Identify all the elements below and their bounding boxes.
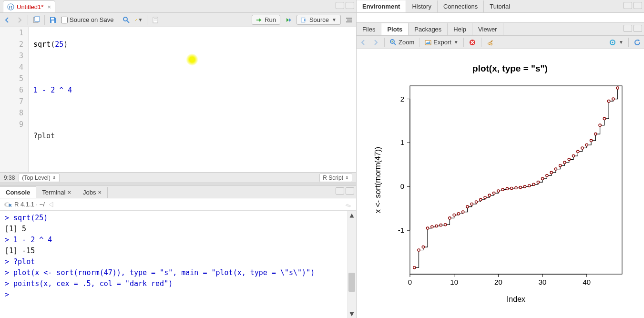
save-icon[interactable]	[49, 16, 57, 24]
svg-text:2: 2	[400, 95, 404, 103]
svg-line-21	[394, 43, 396, 45]
svg-point-99	[612, 98, 614, 100]
svg-text:0: 0	[400, 182, 404, 190]
publish-icon[interactable]: ▼	[609, 39, 624, 46]
tab-packages[interactable]: Packages	[409, 23, 448, 35]
minimize-pane-icon[interactable]	[336, 2, 344, 9]
back-icon[interactable]	[3, 16, 11, 24]
scroll-thumb[interactable]	[348, 273, 355, 292]
scrollbar[interactable]: ▲ ▼	[348, 211, 356, 318]
forward-icon[interactable]	[15, 16, 24, 24]
svg-point-59	[435, 225, 438, 227]
clear-all-icon[interactable]	[486, 39, 494, 46]
svg-point-86	[554, 168, 557, 170]
console-output[interactable]: > sqrt(25)[1] 5> 1 - 2 ^ 4[1] -15> ?plot…	[0, 211, 356, 318]
tab-terminal[interactable]: Terminal ×	[36, 187, 77, 198]
minimize-pane-icon[interactable]	[624, 2, 632, 9]
svg-point-87	[559, 164, 561, 167]
svg-point-62	[448, 217, 450, 219]
svg-point-66	[466, 205, 468, 208]
svg-text:30: 30	[538, 278, 546, 286]
maximize-pane-icon[interactable]	[346, 187, 354, 195]
line-gutter: 123456789	[0, 27, 29, 172]
source-button[interactable]: Source ▼	[296, 15, 341, 25]
svg-point-81	[532, 183, 534, 185]
tab-history[interactable]: History	[406, 0, 437, 12]
editor-tab-label: Untitled1*	[17, 3, 43, 10]
close-icon[interactable]: ×	[67, 189, 71, 196]
svg-point-98	[607, 100, 610, 103]
svg-point-76	[510, 187, 512, 189]
minimize-pane-icon[interactable]	[624, 25, 632, 32]
source-on-save-checkbox[interactable]: Source on Save	[61, 16, 114, 23]
tab-tutorial[interactable]: Tutorial	[484, 0, 516, 12]
tab-help[interactable]: Help	[448, 23, 472, 35]
outline-icon[interactable]	[345, 16, 353, 24]
svg-point-79	[523, 185, 526, 188]
editor-statusbar: 9:38 (Top Level) ⇕ R Script ⇕	[0, 172, 356, 183]
svg-point-75	[506, 187, 508, 190]
run-button[interactable]: Run	[252, 15, 280, 25]
plot-toolbar: +Zoom Export▼ ▼	[357, 36, 644, 49]
console-info-bar: R R 4.1.1 · ~/	[0, 198, 356, 211]
svg-text:-1: -1	[398, 226, 404, 234]
tab-files[interactable]: Files	[357, 23, 381, 35]
svg-text:R: R	[9, 203, 11, 208]
svg-text:20: 20	[494, 278, 502, 286]
svg-point-57	[426, 227, 429, 229]
code-content[interactable]: sqrt(25) 1 - 2 ^ 4 ?plot # Simple quanti…	[29, 27, 356, 172]
scroll-down-icon[interactable]: ▼	[348, 310, 355, 317]
filetype-selector[interactable]: R Script ⇕	[319, 174, 352, 182]
svg-point-91	[576, 150, 579, 153]
tab-plots[interactable]: Plots	[381, 23, 409, 35]
env-tab-bar: Environment History Connections Tutorial	[357, 0, 644, 13]
zoom-button[interactable]: +Zoom	[389, 39, 414, 46]
svg-rect-4	[51, 18, 54, 20]
editor-tab-untitled1[interactable]: R Untitled1* ×	[3, 0, 55, 12]
maximize-pane-icon[interactable]	[634, 2, 642, 9]
svg-point-67	[470, 203, 473, 205]
code-editor[interactable]: 123456789 sqrt(25) 1 - 2 ^ 4 ?plot # Sim…	[0, 27, 356, 172]
tab-console[interactable]: Console	[0, 186, 36, 198]
r-file-icon: R	[7, 3, 14, 10]
tab-environment[interactable]: Environment	[357, 0, 406, 12]
notebook-icon[interactable]	[151, 16, 160, 24]
close-icon[interactable]: ×	[98, 189, 102, 196]
svg-point-90	[572, 154, 574, 157]
tab-jobs[interactable]: Jobs ×	[77, 187, 108, 198]
close-icon[interactable]: ×	[47, 3, 51, 10]
maximize-pane-icon[interactable]	[346, 2, 354, 9]
svg-text:10: 10	[450, 278, 458, 286]
svg-point-65	[461, 211, 464, 213]
show-in-new-window-icon[interactable]	[32, 16, 41, 24]
step-plot: plot(x, type = "s")010203040-1012Indexx …	[367, 60, 634, 308]
refresh-icon[interactable]	[634, 39, 641, 46]
rerun-icon[interactable]	[284, 16, 293, 24]
svg-point-64	[457, 213, 460, 215]
plot-next-icon[interactable]	[372, 39, 379, 46]
minimize-pane-icon[interactable]	[336, 187, 344, 195]
scroll-up-icon[interactable]: ▲	[348, 212, 355, 218]
svg-text:x <- sort(rnorm(47)): x <- sort(rnorm(47))	[374, 147, 382, 213]
svg-point-95	[594, 133, 596, 135]
svg-rect-23	[425, 41, 431, 45]
maximize-pane-icon[interactable]	[634, 25, 642, 32]
svg-rect-3	[35, 17, 40, 21]
svg-point-97	[603, 117, 605, 120]
plot-prev-icon[interactable]	[359, 39, 367, 46]
wand-icon[interactable]: ▼	[134, 16, 143, 24]
popout-icon[interactable]	[48, 201, 55, 208]
export-button[interactable]: Export▼	[424, 39, 458, 46]
find-icon[interactable]	[122, 16, 131, 24]
scope-selector[interactable]: (Top Level) ⇕	[19, 174, 59, 182]
clear-console-icon[interactable]	[345, 201, 352, 208]
svg-text:plot(x, type = "s"): plot(x, type = "s")	[472, 63, 548, 73]
remove-plot-icon[interactable]	[469, 39, 476, 46]
svg-point-70	[484, 196, 486, 199]
tab-connections[interactable]: Connections	[438, 0, 484, 12]
svg-point-83	[541, 177, 543, 180]
tab-viewer[interactable]: Viewer	[472, 23, 503, 35]
svg-point-68	[475, 201, 477, 203]
svg-point-92	[581, 147, 583, 149]
r-logo-icon: R	[4, 201, 11, 208]
